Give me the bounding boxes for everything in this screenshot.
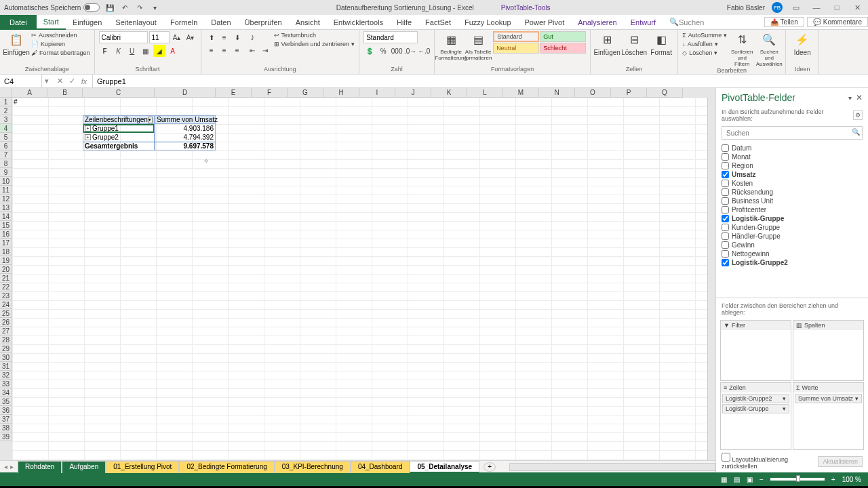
horizontal-scrollbar[interactable] [509,463,715,471]
tab-analyze[interactable]: Analysieren [571,15,623,30]
tab-powerpivot[interactable]: Power Pivot [518,15,572,30]
indent-decrease-icon[interactable]: ⇤ [246,44,258,56]
orientation-icon[interactable]: ⤸ [246,31,258,43]
col-header-B[interactable]: B [47,88,83,98]
row-header-14[interactable]: 14 [0,212,12,221]
minimize-icon[interactable]: — [810,1,823,14]
tab-developer[interactable]: Entwicklertools [327,15,390,30]
row-header-11[interactable]: 11 [0,186,12,195]
format-painter-button[interactable]: 🖌 Format übertragen [31,49,90,57]
row-header-25[interactable]: 25 [0,309,12,318]
field-gewinn[interactable]: Gewinn [722,241,863,249]
row-header-30[interactable]: 30 [0,353,12,362]
sort-filter-button[interactable]: ⇅Sortieren und Filtern [730,31,754,67]
row-header-8[interactable]: 8 [0,159,12,168]
redo-icon[interactable]: ↷ [135,3,144,12]
user-avatar[interactable]: FB [772,2,783,13]
row-header-33[interactable]: 33 [0,380,12,388]
row-header-22[interactable]: 22 [0,283,12,291]
cell-grid[interactable]: #Zeilenbeschriftungen▾Summe von Umsatz+G… [12,98,715,460]
col-header-H[interactable]: H [323,88,359,98]
autosave-toggle[interactable]: Automatisches Speichern [4,3,100,12]
zoom-out-icon[interactable]: − [760,476,764,483]
comma-icon[interactable]: 000 [391,45,403,57]
sheet-tab-rohdaten[interactable]: Rohdaten [18,461,62,473]
area-rows[interactable]: ≡Zeilen Logistik-Gruppe2▾Logistik-Gruppe… [720,382,791,450]
cell-a1[interactable]: # [12,98,47,106]
field-pane-gear-icon[interactable]: ⚙ [853,110,863,120]
field-logistik-gruppe[interactable]: Logistik-Gruppe [722,214,863,223]
area-values[interactable]: ΣWerte Summe von Umsatz▾ [793,382,864,450]
tab-data[interactable]: Daten [204,15,237,30]
col-header-I[interactable]: I [359,88,395,98]
expand-icon[interactable]: + [85,125,91,131]
row-header-19[interactable]: 19 [0,256,12,265]
share-button[interactable]: 📤 Teilen [764,17,804,27]
row-header-23[interactable]: 23 [0,291,12,300]
tab-factset[interactable]: FactSet [418,15,458,30]
sheet-tab-03-kpi-berechnung[interactable]: 03_KPI-Berechnung [275,461,351,473]
area-filter[interactable]: ▼Filter [720,320,791,381]
col-header-N[interactable]: N [539,88,575,98]
col-header-Q[interactable]: Q [647,88,683,98]
tab-start[interactable]: Start [37,15,66,30]
decrease-decimal-icon[interactable]: ←.0 [418,45,430,57]
row-header-36[interactable]: 36 [0,406,12,415]
defer-layout-checkbox[interactable]: Layoutaktualisierung zurückstellen [722,453,818,470]
pivot-row-header[interactable]: Zeilenbeschriftungen▾ [83,115,155,124]
autosum-button[interactable]: Σ AutoSumme ▾ [682,31,727,39]
comments-button[interactable]: 💬 Kommentare [807,17,868,27]
formula-input[interactable]: Gruppe1 [93,77,868,85]
field-kunden-gruppe[interactable]: Kunden-Gruppe [722,223,863,232]
conditional-format-button[interactable]: ▦Bedingte Formatierung [439,31,463,61]
field-pane-options-icon[interactable]: ▾ [848,94,852,102]
row-header-28[interactable]: 28 [0,336,12,344]
tab-fuzzy[interactable]: Fuzzy Lookup [458,15,517,30]
sheet-tab-05-detailanalyse[interactable]: 05_Detailanalyse [410,461,479,473]
qat-dropdown-icon[interactable]: ▾ [150,3,159,12]
style-neutral[interactable]: Neutral [493,43,539,54]
align-center-icon[interactable]: ≡ [218,44,231,56]
row-header-5[interactable]: 5 [0,133,12,142]
field-nettogewinn[interactable]: Nettogewinn [722,249,863,258]
area-columns[interactable]: ▥Spalten [793,320,864,381]
font-color-button[interactable]: A [167,45,179,57]
row-header-9[interactable]: 9 [0,168,12,177]
row-header-17[interactable]: 17 [0,239,12,247]
copy-button[interactable]: 📄 Kopieren [31,40,90,48]
grow-font-icon[interactable]: A▴ [171,31,183,43]
view-break-icon[interactable]: ▣ [747,476,753,483]
find-select-button[interactable]: 🔍Suchen und Auswählen [757,31,781,67]
pivot-value-0[interactable]: 4.903.186 [155,124,216,133]
font-size-select[interactable] [149,31,170,43]
col-header-E[interactable]: E [216,88,252,98]
field-kosten[interactable]: Kosten [722,179,863,188]
underline-button[interactable]: U [126,45,138,57]
tab-view[interactable]: Ansicht [289,15,327,30]
ideas-button[interactable]: ⚡Ideen [790,31,814,56]
col-header-K[interactable]: K [431,88,467,98]
row-header-12[interactable]: 12 [0,195,12,203]
indent-increase-icon[interactable]: ⇥ [259,44,271,56]
col-header-D[interactable]: D [155,88,216,98]
align-left-icon[interactable]: ≡ [205,44,218,56]
row-header-24[interactable]: 24 [0,300,12,309]
row-header-34[interactable]: 34 [0,388,12,397]
pivot-value-1[interactable]: 4.794.392 [155,133,216,142]
col-header-P[interactable]: P [611,88,647,98]
wrap-text-button[interactable]: ↩ Textumbruch [274,31,355,39]
field-search-input[interactable] [722,126,863,140]
row-header-16[interactable]: 16 [0,230,12,239]
field-business-unit[interactable]: Business Unit [722,197,863,205]
fill-button[interactable]: ↓ Ausfüllen ▾ [682,40,727,48]
increase-decimal-icon[interactable]: .0→ [404,45,416,57]
zoom-in-icon[interactable]: + [831,476,835,483]
row-header-3[interactable]: 3 [0,115,12,124]
merge-button[interactable]: ⊞ Verbinden und zentrieren ▾ [274,40,355,48]
sheet-tab-02-bedingte-formatierung[interactable]: 02_Bedingte Formatierung [179,461,274,473]
fill-color-button[interactable]: ◢ [153,45,165,57]
field-datum[interactable]: Datum [722,144,863,152]
row-header-29[interactable]: 29 [0,344,12,353]
field-h-ndler-gruppe[interactable]: Händler-Gruppe [722,232,863,241]
row-header-21[interactable]: 21 [0,274,12,283]
